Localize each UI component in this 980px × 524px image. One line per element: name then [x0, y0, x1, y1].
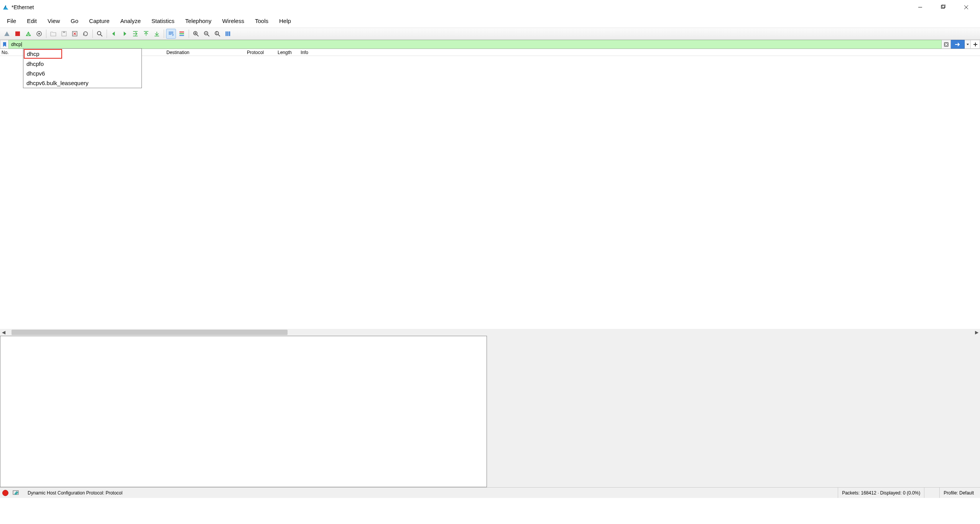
- col-protocol[interactable]: Protocol: [247, 50, 278, 55]
- toolbar-separator: [189, 30, 189, 38]
- col-info[interactable]: Info: [301, 50, 980, 55]
- menu-help[interactable]: Help: [274, 15, 296, 26]
- menu-tools[interactable]: Tools: [250, 15, 274, 26]
- stop-capture-icon[interactable]: [13, 29, 23, 39]
- svg-rect-38: [229, 31, 230, 36]
- filter-suggestion-dropdown: dhcp dhcpfo dhcpv6 dhcpv6.bulk_leasequer…: [23, 48, 142, 88]
- menu-telephony[interactable]: Telephony: [180, 15, 217, 26]
- suggestion-item[interactable]: dhcp: [24, 49, 62, 59]
- text-cursor: [21, 42, 22, 47]
- resize-columns-icon[interactable]: [223, 29, 233, 39]
- display-filter-bar: dhcp dhcp dhcpfo dhcpv6 dhcpv6.bulk_leas…: [0, 40, 980, 49]
- suggestion-item[interactable]: dhcpv6: [23, 69, 141, 78]
- capture-options-icon[interactable]: [34, 29, 44, 39]
- colorize-icon[interactable]: [177, 29, 187, 39]
- window-title: *Ethernet: [12, 4, 909, 10]
- maximize-button[interactable]: [932, 0, 955, 15]
- menu-go[interactable]: Go: [65, 15, 84, 26]
- scroll-left-arrow[interactable]: ◀: [0, 329, 7, 336]
- svg-line-15: [100, 34, 102, 36]
- zoom-in-icon[interactable]: [191, 29, 201, 39]
- scroll-right-arrow[interactable]: ▶: [973, 329, 980, 336]
- minimize-button[interactable]: [909, 0, 932, 15]
- edit-capture-comment-icon[interactable]: [12, 490, 20, 496]
- toolbar-separator: [46, 30, 46, 38]
- apply-filter-button[interactable]: [951, 40, 965, 49]
- go-back-icon[interactable]: [109, 29, 119, 39]
- suggestion-item[interactable]: dhcpfo: [23, 59, 141, 69]
- go-last-icon[interactable]: [152, 29, 162, 39]
- menu-wireless[interactable]: Wireless: [217, 15, 250, 26]
- svg-point-14: [97, 31, 101, 35]
- status-bar: Dynamic Host Configuration Protocol: Pro…: [0, 487, 980, 498]
- expert-info-button[interactable]: [2, 490, 8, 496]
- menu-bar: File Edit View Go Capture Analyze Statis…: [0, 15, 980, 28]
- svg-rect-1: [941, 5, 944, 8]
- clear-filter-button[interactable]: [942, 40, 951, 49]
- menu-edit[interactable]: Edit: [21, 15, 42, 26]
- add-filter-button[interactable]: [971, 40, 980, 49]
- col-destination[interactable]: Destination: [166, 50, 247, 55]
- zoom-reset-icon[interactable]: 1: [212, 29, 222, 39]
- save-file-icon[interactable]: [59, 29, 69, 39]
- svg-rect-5: [15, 31, 20, 36]
- packet-list-headers: No. Destination Protocol Length Info: [0, 49, 980, 56]
- scroll-track[interactable]: [7, 329, 973, 336]
- toolbar-separator: [164, 30, 164, 38]
- svg-rect-36: [225, 31, 227, 36]
- horizontal-scrollbar[interactable]: ◀ ▶: [0, 329, 980, 336]
- svg-point-8: [38, 33, 40, 35]
- menu-view[interactable]: View: [42, 15, 65, 26]
- close-file-icon[interactable]: [70, 29, 80, 39]
- col-length[interactable]: Length: [278, 50, 301, 55]
- title-bar: *Ethernet: [0, 0, 980, 15]
- svg-rect-10: [63, 31, 65, 33]
- main-toolbar: 1: [0, 28, 980, 40]
- svg-rect-2: [942, 5, 945, 8]
- zoom-out-icon[interactable]: [202, 29, 212, 39]
- restart-capture-icon[interactable]: [23, 29, 33, 39]
- start-capture-icon[interactable]: [2, 29, 12, 39]
- packet-diagram-pane[interactable]: [487, 336, 980, 487]
- filter-controls: [942, 40, 980, 49]
- reload-file-icon[interactable]: [81, 29, 90, 39]
- filter-bookmark-button[interactable]: [0, 40, 8, 49]
- menu-statistics[interactable]: Statistics: [146, 15, 180, 26]
- menu-capture[interactable]: Capture: [84, 15, 115, 26]
- packet-bytes-pane[interactable]: [0, 336, 487, 487]
- status-spacer: [924, 488, 939, 498]
- svg-rect-37: [227, 31, 229, 36]
- display-filter-input[interactable]: dhcp: [8, 40, 942, 49]
- go-first-icon[interactable]: [141, 29, 151, 39]
- toolbar-separator: [107, 30, 107, 38]
- auto-scroll-icon[interactable]: [166, 29, 176, 39]
- menu-file[interactable]: File: [2, 15, 21, 26]
- filter-text: dhcp: [11, 42, 21, 47]
- svg-text:1: 1: [216, 31, 218, 35]
- svg-line-27: [197, 34, 199, 36]
- menu-analyze[interactable]: Analyze: [115, 15, 146, 26]
- window-controls: [909, 0, 978, 15]
- packet-list-pane[interactable]: ◀ ▶: [0, 56, 980, 336]
- go-forward-icon[interactable]: [120, 29, 130, 39]
- app-icon: [2, 4, 9, 11]
- filter-history-dropdown[interactable]: [965, 40, 971, 49]
- go-to-packet-icon[interactable]: [130, 29, 140, 39]
- open-file-icon[interactable]: [48, 29, 58, 39]
- find-packet-icon[interactable]: [95, 29, 105, 39]
- bottom-panes: [0, 336, 980, 487]
- status-description: Dynamic Host Configuration Protocol: Pro…: [28, 490, 838, 496]
- toolbar-separator: [92, 30, 93, 38]
- suggestion-item[interactable]: dhcpv6.bulk_leasequery: [23, 78, 141, 88]
- scroll-thumb[interactable]: [12, 330, 288, 335]
- svg-line-31: [207, 34, 209, 36]
- status-profile[interactable]: Profile: Default: [939, 488, 978, 498]
- close-button[interactable]: [955, 0, 978, 15]
- status-packets: Packets: 168412 · Displayed: 0 (0.0%): [838, 488, 924, 498]
- svg-line-34: [218, 34, 220, 36]
